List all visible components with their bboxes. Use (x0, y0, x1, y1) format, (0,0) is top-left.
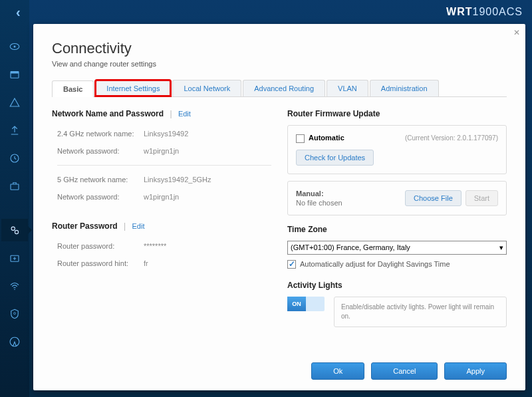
brand: WRT1900ACS (446, 6, 523, 18)
dst-row[interactable]: Automatically adjust for Daylight Saving… (287, 260, 507, 269)
sidebar-item-upload[interactable] (1, 119, 28, 142)
row-24ghz-pw: Network password:w1pirgn1jn (52, 142, 271, 160)
sidebar-item-clock[interactable] (1, 147, 28, 170)
firmware-header: Router Firmware Update (287, 109, 507, 118)
svg-point-1 (14, 46, 16, 48)
sidebar-item-briefcase[interactable] (1, 175, 28, 198)
tabs: Basic Internet Settings Local Network Ad… (52, 80, 507, 97)
check-updates-button[interactable]: Check for Updates (296, 150, 374, 166)
timezone-select[interactable]: (GMT+01:00) France, Germany, Italy▾ (287, 241, 507, 255)
footer: Ok Cancel Apply (52, 354, 507, 380)
brand-model: 1900ACS (473, 6, 523, 17)
page-subtitle: View and change router settings (52, 60, 507, 68)
tab-internet-settings[interactable]: Internet Settings (95, 80, 171, 96)
right-column: Router Firmware Update Automatic (Curren… (287, 105, 507, 354)
main-panel: ✕ Connectivity View and change router se… (33, 24, 525, 390)
firmware-version: (Current Version: 2.0.1.177097) (405, 134, 498, 142)
page-title: Connectivity (52, 40, 507, 57)
ok-button[interactable]: Ok (311, 362, 364, 380)
firmware-auto-box: Automatic (Current Version: 2.0.1.177097… (287, 125, 507, 174)
routerpw-header: Router Password | Edit (52, 221, 271, 231)
sidebar-item-wifi[interactable] (1, 275, 28, 297)
cancel-button[interactable]: Cancel (371, 362, 438, 380)
choose-file-button[interactable]: Choose File (405, 190, 462, 206)
firmware-manual-box: Manual:No file chosen Choose File Start (287, 181, 507, 215)
svg-point-6 (11, 227, 15, 230)
sidebar (0, 0, 29, 397)
tab-local-network[interactable]: Local Network (172, 80, 241, 96)
sidebar-item-medkit[interactable] (1, 247, 28, 269)
chevron-down-icon: ▾ (499, 243, 503, 252)
network-header: Network Name and Password | Edit (52, 109, 271, 118)
row-5ghz-name: 5 GHz network name:Linksys19492_5GHz (52, 171, 271, 188)
network-edit-link[interactable]: Edit (178, 110, 191, 118)
activity-toggle[interactable]: ON (287, 297, 325, 311)
activity-desc: Enable/disable activity lights. Power li… (334, 297, 507, 327)
row-5ghz-pw: Network password:w1pirgn1jn (52, 188, 271, 205)
tab-advanced-routing[interactable]: Advanced Routing (243, 80, 325, 96)
brand-bold: WRT (446, 6, 472, 17)
svg-rect-3 (11, 72, 19, 74)
sidebar-item-shield[interactable] (1, 303, 28, 325)
back-arrow[interactable]: ‹ (9, 5, 21, 20)
sidebar-item-opensource[interactable] (1, 331, 28, 353)
svg-rect-5 (11, 184, 19, 190)
svg-point-7 (15, 230, 18, 233)
svg-point-10 (14, 313, 16, 315)
auto-checkbox[interactable] (296, 134, 305, 143)
tab-administration[interactable]: Administration (370, 80, 439, 96)
close-icon[interactable]: ✕ (513, 28, 520, 37)
dst-checkbox[interactable] (287, 260, 296, 269)
timezone-header: Time Zone (287, 225, 507, 234)
sidebar-item-settings[interactable] (1, 219, 28, 241)
row-routerpw: Router password:******** (52, 237, 271, 255)
apply-button[interactable]: Apply (444, 362, 507, 380)
activity-header: Activity Lights (287, 281, 507, 290)
routerpw-edit-link[interactable]: Edit (132, 222, 145, 230)
divider (57, 165, 271, 166)
row-routerpw-hint: Router password hint:fr (52, 255, 271, 272)
tab-vlan[interactable]: VLAN (327, 80, 368, 96)
start-button: Start (466, 190, 498, 206)
tab-basic[interactable]: Basic (52, 80, 94, 97)
sidebar-item-dashboard[interactable] (1, 35, 28, 58)
left-column: Network Name and Password | Edit 2.4 GHz… (52, 105, 271, 354)
svg-point-9 (14, 289, 15, 291)
sidebar-item-alert[interactable] (1, 91, 28, 114)
row-24ghz-name: 2.4 GHz network name:Linksys19492 (52, 125, 271, 142)
auto-checkbox-row[interactable]: Automatic (296, 134, 344, 143)
sidebar-item-calendar[interactable] (1, 63, 28, 86)
